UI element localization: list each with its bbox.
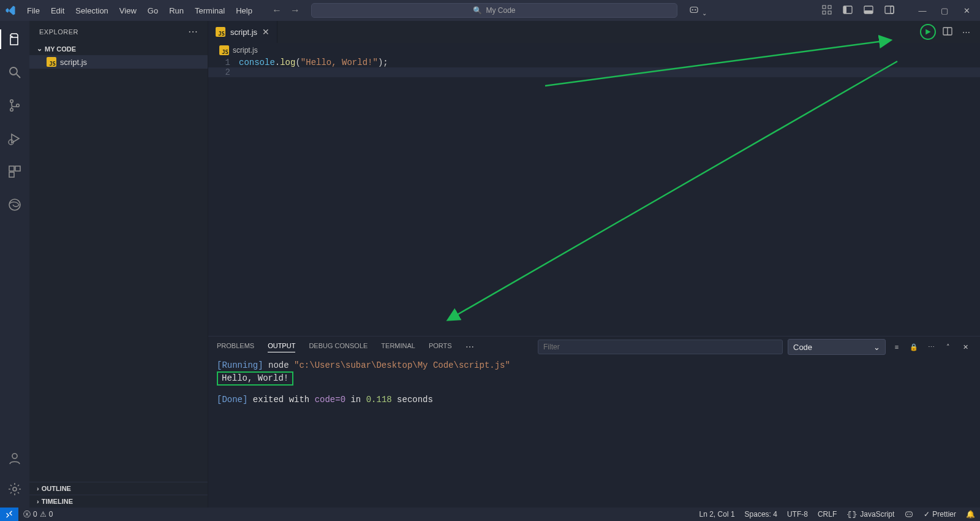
panel-tabs: PROBLEMS OUTPUT DEBUG CONSOLE TERMINAL P… <box>208 337 980 357</box>
menu-file[interactable]: File <box>22 4 45 18</box>
window-maximize-icon[interactable]: ▢ <box>936 6 953 15</box>
status-notifications-icon[interactable]: 🔔 <box>961 509 980 519</box>
status-language-mode[interactable]: ⦃⦄ JavaScript <box>842 509 899 519</box>
outline-section[interactable]: › OUTLINE <box>29 482 208 495</box>
menu-terminal[interactable]: Terminal <box>190 4 230 18</box>
timeline-section[interactable]: › TIMELINE <box>29 495 208 508</box>
output-wrap-icon[interactable]: ≡ <box>891 343 903 351</box>
window-minimize-icon[interactable]: ― <box>914 6 931 15</box>
toggle-primary-sidebar-icon[interactable] <box>840 4 855 18</box>
window-controls: ― ▢ ✕ <box>914 6 975 15</box>
activity-run-debug-icon[interactable] <box>0 126 29 151</box>
status-indentation[interactable]: Spaces: 4 <box>740 509 782 519</box>
menu-run[interactable]: Run <box>164 4 189 18</box>
output-line: [Done] exited with code=0 in 0.118 secon… <box>217 394 971 406</box>
tab-problems[interactable]: PROBLEMS <box>217 342 254 352</box>
status-eol[interactable]: CRLF <box>813 509 842 519</box>
svg-point-13 <box>10 67 17 75</box>
output-token: [Done] <box>217 395 247 405</box>
activity-edge-tools-icon[interactable] <box>0 192 29 217</box>
editor-tab-scriptjs[interactable]: JS script.js ✕ <box>208 21 277 43</box>
error-icon: ⓧ <box>23 509 31 520</box>
chevron-right-icon: › <box>37 485 39 492</box>
close-tab-icon[interactable]: ✕ <box>262 27 270 37</box>
output-hello: Hello, World! <box>217 371 293 386</box>
output-body[interactable]: [Running] node "c:\Users\subar\Desktop\M… <box>208 357 980 508</box>
output-channel-value: Code <box>793 343 812 352</box>
remote-indicator[interactable] <box>0 508 18 521</box>
activity-settings-icon[interactable] <box>0 477 29 501</box>
menu-go[interactable]: Go <box>143 4 163 18</box>
status-prettier[interactable]: ✓ Prettier <box>919 509 961 519</box>
output-lock-icon[interactable]: 🔒 <box>908 343 920 351</box>
status-encoding[interactable]: UTF-8 <box>782 509 813 519</box>
svg-point-30 <box>907 514 908 515</box>
line-number: 2 <box>208 67 239 77</box>
explorer-folder[interactable]: ⌄ MY CODE <box>29 42 208 55</box>
window-close-icon[interactable]: ✕ <box>958 6 975 15</box>
svg-point-15 <box>10 100 13 103</box>
warning-count: 0 <box>49 510 53 519</box>
svg-rect-12 <box>891 6 894 13</box>
output-token: code=0 <box>315 395 345 405</box>
run-code-button[interactable] <box>920 24 936 40</box>
vscode-logo-icon <box>5 5 16 16</box>
activity-explorer-icon[interactable] <box>0 27 29 51</box>
activity-source-control-icon[interactable] <box>0 93 29 118</box>
js-file-icon: JS <box>47 57 56 67</box>
more-editor-actions-icon[interactable]: ⋯ <box>959 28 973 37</box>
breadcrumb[interactable]: JS script.js <box>208 43 980 58</box>
activity-bar <box>0 21 29 508</box>
timeline-label: TIMELINE <box>42 498 73 505</box>
menu-selection[interactable]: Selection <box>70 4 113 18</box>
output-token: exited with <box>247 395 314 405</box>
toggle-panel-icon[interactable] <box>861 4 876 18</box>
tab-output[interactable]: OUTPUT <box>268 342 295 352</box>
menu-help[interactable]: Help <box>231 4 257 18</box>
layout-customize-icon[interactable] <box>820 4 834 18</box>
outline-label: OUTLINE <box>42 485 71 492</box>
command-center[interactable]: 🔍 My Code <box>311 3 677 18</box>
panel-close-icon[interactable]: ✕ <box>959 343 971 351</box>
activity-extensions-icon[interactable] <box>0 159 29 184</box>
output-filter-input[interactable] <box>538 340 783 354</box>
svg-rect-22 <box>9 172 14 177</box>
split-editor-icon[interactable] <box>941 26 954 38</box>
bottom-panel: PROBLEMS OUTPUT DEBUG CONSOLE TERMINAL P… <box>208 336 980 508</box>
menu-view[interactable]: View <box>115 4 141 18</box>
svg-point-17 <box>17 104 20 107</box>
panel-maximize-icon[interactable]: ˄ <box>942 343 954 351</box>
panel-more-icon[interactable]: ⋯ <box>466 342 474 352</box>
nav-forward-icon[interactable]: → <box>288 4 303 17</box>
output-token: in <box>345 395 366 405</box>
menu-bar: File Edit Selection View Go Run Terminal… <box>22 4 257 18</box>
activity-accounts-icon[interactable] <box>0 446 29 471</box>
tab-debug-console[interactable]: DEBUG CONSOLE <box>309 342 368 352</box>
editor-tabbar: JS script.js ✕ ⋯ <box>208 21 980 43</box>
menu-edit[interactable]: Edit <box>46 4 69 18</box>
token: ( <box>295 58 300 67</box>
activity-search-icon[interactable] <box>0 60 29 85</box>
status-cursor-position[interactable]: Ln 2, Col 1 <box>695 509 740 519</box>
svg-rect-21 <box>15 166 20 171</box>
braces-icon: ⦃⦄ <box>846 510 858 519</box>
nav-back-icon[interactable]: ← <box>270 4 284 17</box>
code-editor[interactable]: 1 console.log("Hello, World!"); 2 <box>208 58 980 336</box>
output-token: node <box>263 360 294 370</box>
tab-ports[interactable]: PORTS <box>429 342 452 352</box>
output-more-icon[interactable]: ⋯ <box>925 343 937 351</box>
editor-area: JS script.js ✕ ⋯ JS script.js 1 <box>208 21 980 508</box>
copilot-icon[interactable]: ⌄ <box>686 3 709 18</box>
code-line-1: console.log("Hello, World!"); <box>239 58 388 67</box>
explorer-more-icon[interactable]: ⋯ <box>188 26 198 37</box>
svg-rect-6 <box>828 11 831 14</box>
svg-rect-8 <box>843 6 846 13</box>
explorer-file-scriptjs[interactable]: JS script.js <box>29 55 208 69</box>
svg-rect-20 <box>9 166 14 171</box>
tab-terminal[interactable]: TERMINAL <box>381 342 415 352</box>
status-copilot-icon[interactable] <box>899 509 919 519</box>
toggle-secondary-sidebar-icon[interactable] <box>882 4 897 18</box>
status-problems[interactable]: ⓧ0 ⚠0 <box>18 509 58 520</box>
output-channel-select[interactable]: Code ⌄ <box>788 339 886 355</box>
svg-point-1 <box>692 9 693 10</box>
